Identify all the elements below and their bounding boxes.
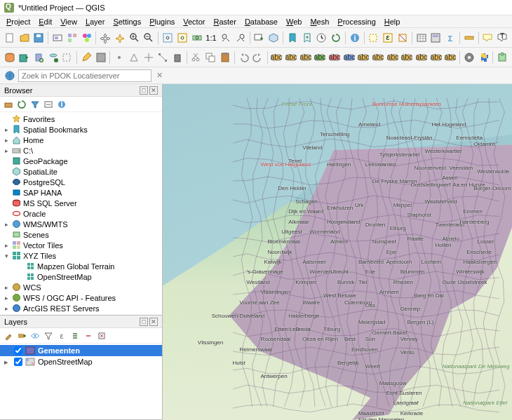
- menu-bar[interactable]: ProjectEditViewLayerSettingsPluginsVecto…: [0, 15, 512, 28]
- edit-toggle-icon[interactable]: [79, 50, 93, 65]
- menu-edit[interactable]: Edit: [35, 17, 55, 27]
- label-btn-10[interactable]: abc: [415, 50, 429, 65]
- label-btn-3[interactable]: abc: [314, 50, 328, 65]
- refresh-icon[interactable]: [16, 99, 27, 110]
- add-feature-icon[interactable]: [112, 50, 126, 65]
- remove-layer-icon[interactable]: [96, 330, 107, 341]
- browser-item-home[interactable]: ▸Home: [0, 135, 162, 145]
- browser-item-xyz-tiles[interactable]: ▾XYZ Tiles: [0, 250, 162, 261]
- attribute-table-icon[interactable]: [415, 30, 429, 46]
- browser-item-wms-wmts[interactable]: ▸WMS/WMTS: [0, 219, 162, 229]
- zoom-next-icon[interactable]: [234, 30, 248, 46]
- collapse-all-icon[interactable]: [43, 99, 54, 110]
- panel-undock-icon[interactable]: □: [140, 86, 148, 95]
- layer-openstreetmap[interactable]: ▸OpenStreetMap: [0, 356, 162, 367]
- menu-raster[interactable]: Raster: [210, 17, 239, 27]
- style-icon[interactable]: [3, 330, 14, 341]
- menu-web[interactable]: Web: [283, 17, 305, 27]
- zoom-in-icon[interactable]: [128, 30, 142, 46]
- menu-mesh[interactable]: Mesh: [306, 17, 332, 27]
- menu-plugins[interactable]: Plugins: [146, 17, 178, 27]
- save-project-icon[interactable]: [32, 30, 46, 46]
- filter-icon[interactable]: [29, 99, 41, 110]
- temporal-icon[interactable]: [314, 30, 328, 46]
- identify-icon[interactable]: i: [348, 30, 362, 46]
- annotation-icon[interactable]: T: [495, 30, 509, 46]
- layers-tree[interactable]: Gemeenten▸OpenStreetMap: [0, 344, 162, 419]
- label-btn-12[interactable]: abc: [443, 50, 457, 65]
- panel-close-icon[interactable]: ✕: [149, 86, 158, 95]
- label-btn-11[interactable]: abc: [429, 50, 443, 65]
- map-canvas[interactable]: Friese FrontBorkumse HuibertsplanktenWes…: [163, 84, 512, 420]
- field-calc-icon[interactable]: [429, 30, 443, 46]
- visibility-icon[interactable]: [29, 330, 41, 341]
- new-virtual-icon[interactable]: [61, 50, 75, 65]
- pan-icon[interactable]: [98, 30, 112, 46]
- style-manager-icon[interactable]: [80, 30, 94, 46]
- menu-view[interactable]: View: [57, 17, 81, 27]
- zoom-layer-icon[interactable]: [190, 30, 204, 46]
- label-btn-4[interactable]: abc: [328, 50, 342, 65]
- browser-item-scenes[interactable]: Scenes: [0, 229, 162, 240]
- browser-item-postgresql[interactable]: PostgreSQL: [0, 177, 162, 187]
- save-edits-icon[interactable]: [94, 50, 108, 65]
- panel-undock-icon[interactable]: □: [140, 318, 148, 326]
- move-feature-icon[interactable]: [142, 50, 156, 65]
- undo-icon[interactable]: [236, 50, 250, 65]
- browser-item-c-[interactable]: ▸C:\: [0, 145, 162, 156]
- browser-tree[interactable]: Favorites▸Spatial Bookmarks▸Home▸C:\GeoP…: [0, 112, 162, 315]
- maptips-icon[interactable]: [480, 30, 494, 46]
- new-map-view-icon[interactable]: [252, 30, 267, 46]
- new-spatialite-icon[interactable]: [46, 50, 60, 65]
- menu-vector[interactable]: Vector: [180, 17, 208, 27]
- browser-item-openstreetmap[interactable]: OpenStreetMap: [0, 271, 162, 282]
- menu-database[interactable]: Database: [241, 17, 281, 27]
- zoom-selection-icon[interactable]: [175, 30, 189, 46]
- expand-all-icon[interactable]: [69, 330, 81, 341]
- menu-processing[interactable]: Processing: [334, 17, 379, 27]
- collapse-all-icon[interactable]: [83, 330, 94, 341]
- measure-icon[interactable]: [462, 30, 476, 46]
- menu-layer[interactable]: Layer: [82, 17, 109, 27]
- python-icon[interactable]: [477, 50, 491, 65]
- label-btn-9[interactable]: abc: [400, 50, 415, 65]
- refresh-icon[interactable]: [329, 30, 343, 46]
- paste-icon[interactable]: [218, 50, 232, 65]
- new-shapefile-icon[interactable]: [32, 50, 46, 65]
- new-geopackage-icon[interactable]: [18, 50, 32, 65]
- label-btn-8[interactable]: abc: [386, 50, 400, 65]
- bookmark-new-icon[interactable]: [300, 30, 314, 46]
- new-3d-view-icon[interactable]: [267, 30, 281, 46]
- zoom-out-icon[interactable]: [142, 30, 156, 46]
- layer-visibility-checkbox[interactable]: [14, 346, 22, 355]
- clear-search-icon[interactable]: ✕: [154, 71, 164, 81]
- menu-help[interactable]: Help: [381, 17, 404, 27]
- panel-close-icon[interactable]: ✕: [149, 318, 158, 326]
- layer-gemeenten[interactable]: Gemeenten: [0, 345, 162, 356]
- redo-icon[interactable]: [251, 50, 265, 65]
- zoom-native-icon[interactable]: 1:1: [204, 30, 218, 46]
- browser-item-vector-tiles[interactable]: ▸Vector Tiles: [0, 240, 162, 250]
- print-layout-icon[interactable]: [50, 30, 65, 46]
- menu-settings[interactable]: Settings: [109, 17, 144, 27]
- browser-item-oracle[interactable]: Oracle: [0, 208, 162, 219]
- properties-icon[interactable]: i: [56, 99, 67, 110]
- label-btn-0[interactable]: abc: [270, 50, 284, 65]
- zoom-last-icon[interactable]: [219, 30, 233, 46]
- digitize-shape-icon[interactable]: [127, 50, 141, 65]
- locator-input[interactable]: [18, 69, 151, 82]
- data-source-icon[interactable]: [3, 50, 17, 65]
- browser-item-favorites[interactable]: Favorites: [0, 114, 162, 124]
- copy-icon[interactable]: [203, 50, 217, 65]
- cut-icon[interactable]: [189, 50, 203, 65]
- browser-item-spatialite[interactable]: SpatiaLite: [0, 166, 162, 177]
- expression-filter-icon[interactable]: ε: [56, 330, 67, 341]
- deselect-icon[interactable]: [396, 30, 410, 46]
- label-btn-2[interactable]: abc: [299, 50, 313, 65]
- open-project-icon[interactable]: [18, 30, 32, 46]
- zoom-full-icon[interactable]: [161, 30, 175, 46]
- browser-item-wfs-ogc-api-features[interactable]: ▸WFS / OGC API - Features: [0, 292, 162, 303]
- plugins-icon[interactable]: [495, 50, 509, 65]
- new-project-icon[interactable]: [3, 30, 17, 46]
- delete-selected-icon[interactable]: [170, 50, 184, 65]
